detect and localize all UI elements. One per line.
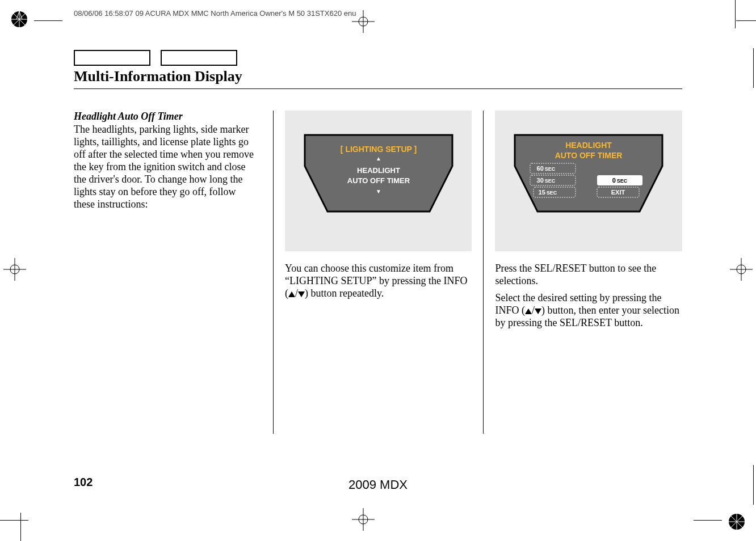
body-paragraph: The headlights, parking lights, side mar… (74, 124, 257, 211)
lighting-setup-screen: [ LIGHTING SETUP ] ▲ HEADLIGHT AUTO OFF … (285, 111, 472, 251)
bleed-line (753, 48, 754, 88)
crosshair-left (3, 258, 26, 281)
crosshair-bottom (352, 508, 375, 531)
triangle-up-icon (525, 308, 532, 314)
body-paragraph: You can choose this customize item from … (285, 263, 472, 300)
option-0: 0SEC (612, 177, 628, 184)
footer-model-year: 2009 MDX (0, 477, 756, 492)
screen-line2: AUTO OFF TIMER (347, 176, 410, 185)
screen-line1: HEADLIGHT (565, 141, 612, 150)
tab-box-1 (74, 50, 150, 66)
option-30: 30SEC (537, 177, 556, 184)
column-2: [ LIGHTING SETUP ] ▲ HEADLIGHT AUTO OFF … (273, 111, 484, 434)
registration-mark-top-left (10, 10, 28, 28)
content-columns: Headlight Auto Off Timer The headlights,… (74, 111, 682, 434)
section-subheading: Headlight Auto Off Timer (74, 111, 257, 122)
crop-line (34, 20, 62, 21)
option-60: 60SEC (537, 165, 556, 172)
screen-line2: AUTO OFF TIMER (555, 151, 623, 160)
option-exit: EXIT (611, 189, 625, 196)
horizontal-rule (74, 88, 682, 89)
header-metadata: 08/06/06 16:58:07 09 ACURA MDX MMC North… (74, 9, 356, 18)
crop-line (0, 520, 28, 521)
triangle-down-icon (535, 308, 541, 314)
auto-off-timer-screen: HEADLIGHT AUTO OFF TIMER 60SEC 30SEC 15S… (495, 111, 682, 251)
crop-line (735, 0, 736, 28)
body-paragraph: Select the desired setting by pressing t… (495, 292, 682, 329)
triangle-down-icon (298, 291, 305, 297)
crop-line (736, 20, 756, 21)
svg-text:▲: ▲ (376, 155, 381, 162)
page-title: Multi-Information Display (74, 68, 242, 85)
tab-box-2 (161, 50, 237, 66)
body-paragraph: Press the SEL/RESET button to see the se… (495, 263, 682, 288)
option-15: 15SEC (539, 189, 557, 196)
tab-boxes (74, 50, 237, 66)
screen-bracket-text: [ LIGHTING SETUP ] (341, 145, 417, 154)
screen-line1: HEADLIGHT (357, 166, 400, 175)
svg-text:▼: ▼ (376, 188, 381, 195)
registration-mark-bottom-right (728, 513, 746, 531)
triangle-up-icon (288, 291, 295, 297)
column-1: Headlight Auto Off Timer The headlights,… (74, 111, 273, 434)
crosshair-right (730, 258, 753, 281)
crop-line (20, 513, 21, 541)
crop-line (694, 520, 722, 521)
column-3: HEADLIGHT AUTO OFF TIMER 60SEC 30SEC 15S… (483, 111, 682, 434)
